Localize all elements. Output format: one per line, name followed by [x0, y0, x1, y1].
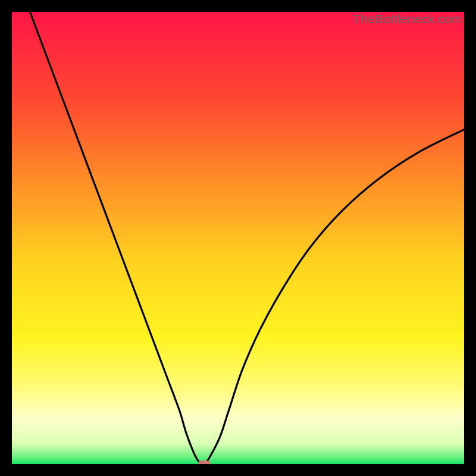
watermark-text: TheBottleneck.com [353, 12, 462, 26]
chart-background [12, 12, 464, 464]
optimal-marker [198, 461, 210, 464]
bottleneck-chart [12, 12, 464, 464]
chart-frame: TheBottleneck.com [12, 12, 464, 464]
